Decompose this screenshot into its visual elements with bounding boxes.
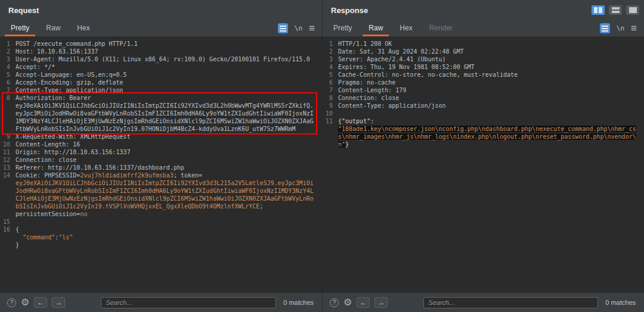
- line-number: 6: [0, 79, 16, 86]
- request-panel-title: Request: [8, 6, 39, 15]
- tab-pretty[interactable]: Pretty: [5, 20, 35, 36]
- code-line[interactable]: FtbWVyLnRobSIsInJvbGUiOiJ1c2VyIn19.07HON…: [0, 125, 322, 133]
- single-view-icon[interactable]: [626, 5, 639, 15]
- request-editor[interactable]: 1POST /execute_command.php HTTP/1.12Host…: [0, 37, 322, 292]
- line-number: 15: [0, 218, 16, 226]
- word-wrap-toggle-icon[interactable]: [278, 23, 288, 33]
- code-line[interactable]: }: [0, 241, 322, 249]
- code-line[interactable]: 5Cache-Control: no-store, no-cache, must…: [323, 71, 644, 79]
- code-line[interactable]: 9Content-Type: application/json: [323, 102, 644, 110]
- code-line[interactable]: 14Cookie: PHPSESSID=2vuj7hldiadimfrf2k9u…: [0, 171, 322, 179]
- code-line[interactable]: 13Referer: http://10.10.63.156:1337/dash…: [0, 164, 322, 171]
- response-panel: Response PrettyRawHexRender \n ≡ 1H: [322, 0, 644, 312]
- request-search-bar: ? ⚙ ← → 0 matches: [0, 292, 322, 312]
- code-line[interactable]: 11{"output":: [323, 117, 644, 125]
- line-number: 9: [323, 102, 338, 110]
- code-line[interactable]: CJleHAiOjE3MjUwNzEzNjgsImRhdGEiOnsidXNlc…: [0, 195, 322, 202]
- response-editor[interactable]: 1HTTP/1.1 200 OK2Date: Sat, 31 Aug 2024 …: [323, 37, 644, 292]
- code-line[interactable]: 6Pragma: no-cache: [323, 79, 644, 86]
- request-tabs: PrettyRawHex: [5, 20, 96, 36]
- response-search-input[interactable]: [423, 297, 598, 308]
- code-line[interactable]: 8Connection: close: [323, 94, 644, 102]
- line-number: 7: [0, 86, 16, 94]
- line-number: 11: [0, 148, 16, 156]
- tab-hex[interactable]: Hex: [71, 20, 95, 36]
- request-panel: Request PrettyRawHex \n ≡ 1POST /execute…: [0, 0, 322, 312]
- line-number: 3: [0, 55, 16, 63]
- prev-match-button[interactable]: ←: [34, 297, 47, 308]
- code-line[interactable]: 16{: [0, 226, 322, 233]
- tab-render[interactable]: Render: [423, 20, 459, 36]
- code-line[interactable]: 3User-Agent: Mozilla/5.0 (X11; Linux x86…: [0, 55, 322, 63]
- code-line[interactable]: 2Date: Sat, 31 Aug 2024 02:22:48 GMT: [323, 48, 644, 55]
- response-tab-bar: PrettyRawHexRender \n ≡: [323, 20, 644, 37]
- line-number: 6: [323, 79, 338, 86]
- line-number: [0, 102, 16, 110]
- code-line[interactable]: 5Accept-Language: en-US,en;q=0.5: [0, 71, 322, 79]
- line-number: 8: [323, 94, 338, 102]
- code-line[interactable]: 2Host: 10.10.63.156:1337: [0, 48, 322, 55]
- panel-menu-icon[interactable]: ≡: [309, 23, 315, 33]
- code-line[interactable]: eyJpc3MiOiJodHRwOi8vaGFtbWVyLnRobSIsImF1…: [0, 110, 322, 117]
- code-line[interactable]: s\nhmr_images\nhmr_js\nhmr_logs\nindex.p…: [323, 133, 644, 141]
- code-line[interactable]: 12Connection: close: [0, 156, 322, 164]
- next-match-button[interactable]: →: [52, 297, 65, 308]
- code-line[interactable]: persistentSession=no: [0, 210, 322, 218]
- code-line[interactable]: 7Content-Type: application/json: [0, 86, 322, 94]
- code-line[interactable]: 15: [0, 218, 322, 226]
- code-line[interactable]: 10Content-Length: 16: [0, 141, 322, 148]
- code-line[interactable]: 6Accept-Encoding: gzip, deflate: [0, 79, 322, 86]
- line-number: [0, 125, 16, 133]
- tab-pretty[interactable]: Pretty: [327, 20, 358, 36]
- line-number: 2: [323, 48, 338, 55]
- code-line[interactable]: 4Accept: */*: [0, 63, 322, 71]
- tab-raw[interactable]: Raw: [363, 20, 389, 36]
- line-number: 10: [323, 110, 338, 117]
- prev-match-button[interactable]: ←: [357, 297, 370, 308]
- line-number: [0, 187, 16, 195]
- code-line[interactable]: "188ade1.key\ncomposer.json\nconfig.php\…: [323, 125, 644, 133]
- line-number: [323, 141, 338, 148]
- line-number: 1: [0, 40, 16, 48]
- search-settings-gear-icon[interactable]: ⚙: [21, 298, 29, 307]
- help-icon[interactable]: ?: [330, 298, 339, 307]
- code-line[interactable]: bSIsInJvbGUiOiJ1c2VyIn19.tVSPlVoWVHQjxxE…: [0, 202, 322, 210]
- split-columns-view-icon[interactable]: [592, 5, 605, 15]
- code-line[interactable]: 7Content-Length: 179: [323, 86, 644, 94]
- split-rows-view-icon[interactable]: [609, 5, 622, 15]
- code-line[interactable]: JodHRwOi8vaGFtbWVyLnRobSIsImF1ZCI6Imh0dH…: [0, 187, 322, 195]
- code-line[interactable]: 3Server: Apache/2.4.41 (Ubuntu): [323, 55, 644, 63]
- line-number: [323, 133, 338, 141]
- code-line[interactable]: 4Expires: Thu, 19 Nov 1981 08:52:00 GMT: [323, 63, 644, 71]
- line-number: 10: [0, 141, 16, 148]
- panel-menu-icon[interactable]: ≡: [631, 23, 637, 33]
- line-number: 8: [0, 94, 16, 102]
- request-search-input[interactable]: [101, 297, 276, 308]
- show-newlines-toggle[interactable]: \n: [295, 24, 302, 32]
- code-line[interactable]: eyJ0eXAiOiJKV1QiLCJhbGciOiJIUzI1NiIsImtp…: [0, 102, 322, 110]
- word-wrap-toggle-icon[interactable]: [600, 23, 610, 33]
- tab-raw[interactable]: Raw: [40, 20, 66, 36]
- response-tab-tools: \n ≡: [600, 20, 639, 36]
- line-number: 16: [0, 226, 16, 233]
- line-number: 7: [323, 86, 338, 94]
- search-settings-gear-icon[interactable]: ⚙: [343, 298, 352, 307]
- code-line[interactable]: 9X-Requested-With: XMLHttpRequest: [0, 133, 322, 141]
- code-line[interactable]: 1HTTP/1.1 200 OK: [323, 40, 644, 48]
- code-line[interactable]: "command":"ls": [0, 233, 322, 241]
- line-number: 13: [0, 164, 16, 171]
- code-line[interactable]: 1MDY3NzY4LCJleHAiOjE3MjUwNzEzNjgsImRhdGE…: [0, 117, 322, 125]
- code-line[interactable]: 8Authorization: Bearer: [0, 94, 322, 102]
- next-match-button[interactable]: →: [374, 297, 388, 308]
- code-line[interactable]: 11Origin: http://10.10.63.156:1337: [0, 148, 322, 156]
- code-line[interactable]: 10: [323, 110, 644, 117]
- code-line[interactable]: n"}: [323, 141, 644, 148]
- help-icon[interactable]: ?: [7, 298, 16, 307]
- code-line[interactable]: eyJ0eXAiOiJKV1QiLCJhbGciOiJIUzI1NiIsImtp…: [0, 179, 322, 187]
- line-number: 2: [0, 48, 16, 55]
- code-line[interactable]: 1POST /execute_command.php HTTP/1.1: [0, 40, 322, 48]
- show-newlines-toggle[interactable]: \n: [617, 24, 624, 32]
- line-number: 14: [0, 171, 16, 179]
- line-number: [0, 179, 16, 187]
- tab-hex[interactable]: Hex: [394, 20, 418, 36]
